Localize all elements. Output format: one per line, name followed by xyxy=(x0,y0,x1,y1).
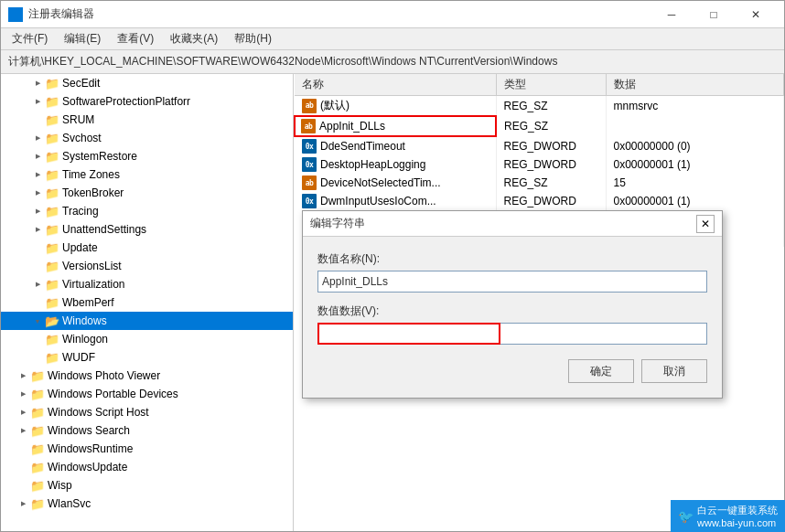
maximize-button[interactable]: □ xyxy=(693,1,735,28)
tree-item-label: VersionsList xyxy=(62,260,122,272)
tree-item-label: WbemPerf xyxy=(62,296,114,309)
dialog-title: 编辑字符串 xyxy=(310,216,696,231)
table-row[interactable]: 0xDesktopHeapLoggingREG_DWORD0x00000001 … xyxy=(295,155,784,174)
dialog-data-label: 数值数据(V): xyxy=(317,303,707,319)
tree-arrow-icon xyxy=(30,350,45,365)
svg-rect-3 xyxy=(16,16,22,21)
folder-icon: 📁 xyxy=(30,405,45,420)
tree-arrow-icon: ▶ xyxy=(30,131,45,145)
table-row[interactable]: 0xDdeSendTimeoutREG_DWORD0x00000000 (0) xyxy=(295,136,784,155)
svg-rect-2 xyxy=(9,16,15,21)
minimize-button[interactable]: ─ xyxy=(651,1,693,28)
folder-icon: 📁 xyxy=(45,277,59,292)
table-row[interactable]: abDeviceNotSelectedTim...REG_SZ15 xyxy=(295,174,784,192)
tree-item[interactable]: ▶📁Time Zones xyxy=(1,165,293,184)
tree-item[interactable]: ▶📁Windows Photo Viewer xyxy=(1,367,293,385)
tree-arrow-icon: ▼ xyxy=(30,314,45,328)
tree-arrow-icon xyxy=(16,460,30,474)
folder-icon: 📁 xyxy=(30,460,45,474)
tree-item-label: Windows Search xyxy=(48,424,130,437)
tree-item[interactable]: ▶📁SystemRestore xyxy=(1,147,293,165)
tree-arrow-icon xyxy=(30,112,45,127)
tree-item[interactable]: ▶📁TokenBroker xyxy=(1,184,293,202)
tree-item-label: WlanSvc xyxy=(48,497,91,510)
folder-icon: 📁 xyxy=(30,442,45,456)
tree-item[interactable]: ▶📁Windows Script Host xyxy=(1,403,293,421)
tree-item[interactable]: 📁SRUM xyxy=(1,111,293,129)
menu-bar: 文件(F) 编辑(E) 查看(V) 收藏夹(A) 帮助(H) xyxy=(1,28,784,50)
folder-icon: 📁 xyxy=(30,387,45,401)
tree-item[interactable]: ▶📁Windows Search xyxy=(1,421,293,440)
tree-item[interactable]: ▶📁SecEdit xyxy=(1,74,293,92)
address-bar: 计算机\HKEY_LOCAL_MACHINE\SOFTWARE\WOW6432N… xyxy=(1,50,784,74)
tree-item-label: Winlogon xyxy=(62,333,108,346)
tree-item-label: WindowsRuntime xyxy=(48,442,133,455)
tree-item[interactable]: ▶📁SoftwareProtectionPlatforr xyxy=(1,92,293,111)
tree-item-label: Tracing xyxy=(62,205,99,218)
tree-arrow-icon: ▶ xyxy=(16,405,30,420)
table-cell-type: REG_SZ xyxy=(496,116,606,136)
table-row[interactable]: ab(默认)REG_SZmnmsrvc xyxy=(295,96,784,117)
folder-icon: 📁 xyxy=(30,368,45,383)
folder-icon: 📁 xyxy=(45,149,59,164)
table-cell-name: ab(默认) xyxy=(295,96,496,117)
tree-item[interactable]: 📁WUDF xyxy=(1,348,293,367)
edit-string-dialog[interactable]: 编辑字符串 ✕ 数值名称(N): 数值数据(V): 确定 取消 xyxy=(302,210,723,399)
table-header: 名称 类型 数据 xyxy=(295,74,784,96)
table-row[interactable]: 0xDwmInputUsesIoCom...REG_DWORD0x0000000… xyxy=(295,192,784,210)
title-bar: 注册表编辑器 ─ □ ✕ xyxy=(1,1,784,28)
app-icon xyxy=(8,7,23,22)
table-cell-type: REG_DWORD xyxy=(496,136,606,155)
folder-icon: 📁 xyxy=(45,204,59,218)
dialog-body: 数值名称(N): 数值数据(V): 确定 取消 xyxy=(303,237,722,398)
menu-view[interactable]: 查看(V) xyxy=(110,29,161,48)
tree-item[interactable]: 📁WindowsRuntime xyxy=(1,440,293,458)
tree-item-label: Windows Script Host xyxy=(48,406,149,419)
dialog-name-label: 数值名称(N): xyxy=(317,251,707,267)
tree-item-label: Wisp xyxy=(48,479,72,492)
tree-item-label: Windows xyxy=(62,314,107,327)
tree-item[interactable]: 📁Wisp xyxy=(1,476,293,495)
tree-item[interactable]: 📁Update xyxy=(1,239,293,257)
tree-item[interactable]: ▶📁WlanSvc xyxy=(1,495,293,513)
folder-icon: 📁 xyxy=(45,131,59,145)
folder-icon: 📁 xyxy=(45,222,59,237)
tree-item[interactable]: 📁VersionsList xyxy=(1,257,293,275)
table-cell-data xyxy=(606,116,784,136)
folder-icon: 📁 xyxy=(45,112,59,127)
col-header-data: 数据 xyxy=(606,74,784,96)
tree-arrow-icon: ▶ xyxy=(30,277,45,292)
menu-edit[interactable]: 编辑(E) xyxy=(57,29,108,48)
table-cell-name-text: DeviceNotSelectedTim... xyxy=(320,176,441,189)
dialog-data-input-normal[interactable] xyxy=(500,323,707,345)
tree-item-label: SRUM xyxy=(62,113,94,126)
dialog-ok-button[interactable]: 确定 xyxy=(568,359,634,383)
dialog-data-input-red[interactable] xyxy=(317,323,500,345)
tree-item[interactable]: ▶📁Windows Portable Devices xyxy=(1,385,293,403)
tree-item[interactable]: ▶📁Virtualization xyxy=(1,275,293,293)
dialog-name-field: 数值名称(N): xyxy=(317,251,707,293)
tree-item-label: Svchost xyxy=(62,132,102,144)
tree-item[interactable]: 📁WindowsUpdate xyxy=(1,458,293,476)
menu-file[interactable]: 文件(F) xyxy=(5,29,55,48)
dialog-close-button[interactable]: ✕ xyxy=(696,215,715,233)
tree-item[interactable]: ▼📂Windows xyxy=(1,312,293,330)
window-controls: ─ □ ✕ xyxy=(651,1,777,28)
tree-item[interactable]: ▶📁Tracing xyxy=(1,202,293,220)
dialog-name-input[interactable] xyxy=(317,271,707,293)
tree-item-label: SystemRestore xyxy=(62,150,137,163)
dialog-cancel-button[interactable]: 取消 xyxy=(641,359,707,383)
tree-item[interactable]: 📁Winlogon xyxy=(1,330,293,348)
tree-item[interactable]: 📁WbemPerf xyxy=(1,293,293,312)
table-row[interactable]: abAppInit_DLLsREG_SZ xyxy=(295,116,784,136)
tree-arrow-icon xyxy=(30,332,45,346)
tree-item[interactable]: ▶📁Svchost xyxy=(1,129,293,147)
menu-favorites[interactable]: 收藏夹(A) xyxy=(163,29,225,48)
folder-icon: 📁 xyxy=(45,295,59,310)
tree-item[interactable]: ▶📁UnattendSettings xyxy=(1,220,293,239)
close-button[interactable]: ✕ xyxy=(735,1,777,28)
folder-icon: 📁 xyxy=(45,167,59,182)
tree-item-label: TokenBroker xyxy=(62,186,124,199)
tree-panel[interactable]: ▶📁SecEdit▶📁SoftwareProtectionPlatforr📁SR… xyxy=(1,74,294,531)
menu-help[interactable]: 帮助(H) xyxy=(227,29,279,48)
